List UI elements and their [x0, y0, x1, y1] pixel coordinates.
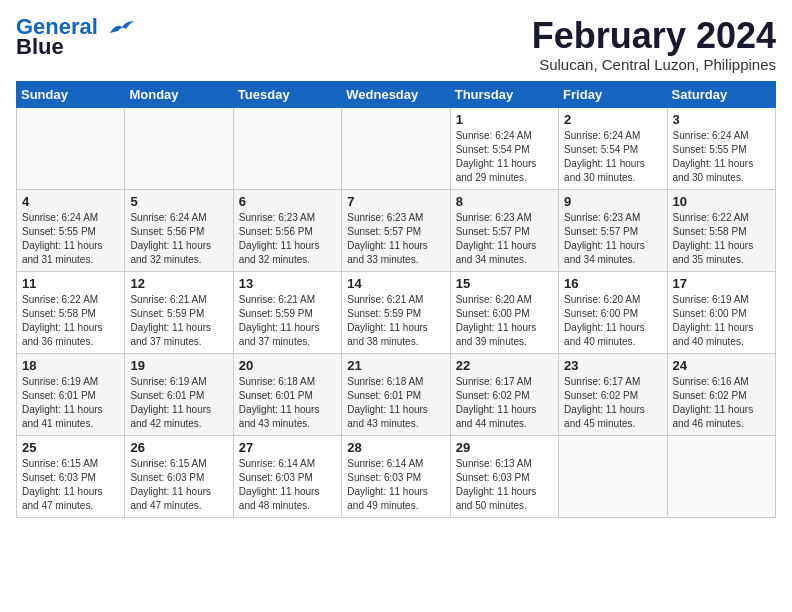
page-header: General Blue February 2024 Sulucan, Cent… [16, 16, 776, 73]
logo-line2: Blue [16, 34, 64, 60]
day-number: 15 [456, 276, 553, 291]
calendar-cell: 14Sunrise: 6:21 AMSunset: 5:59 PMDayligh… [342, 271, 450, 353]
calendar-cell [667, 435, 775, 517]
day-info: Sunrise: 6:24 AMSunset: 5:54 PMDaylight:… [456, 129, 553, 185]
logo: General Blue [16, 16, 134, 60]
day-number: 29 [456, 440, 553, 455]
day-number: 4 [22, 194, 119, 209]
calendar-week-2: 4Sunrise: 6:24 AMSunset: 5:55 PMDaylight… [17, 189, 776, 271]
month-title: February 2024 [532, 16, 776, 56]
calendar-cell: 4Sunrise: 6:24 AMSunset: 5:55 PMDaylight… [17, 189, 125, 271]
day-header-saturday: Saturday [667, 81, 775, 107]
calendar-cell: 11Sunrise: 6:22 AMSunset: 5:58 PMDayligh… [17, 271, 125, 353]
day-number: 2 [564, 112, 661, 127]
calendar-cell: 23Sunrise: 6:17 AMSunset: 6:02 PMDayligh… [559, 353, 667, 435]
day-info: Sunrise: 6:19 AMSunset: 6:00 PMDaylight:… [673, 293, 770, 349]
calendar-cell: 10Sunrise: 6:22 AMSunset: 5:58 PMDayligh… [667, 189, 775, 271]
calendar-cell: 5Sunrise: 6:24 AMSunset: 5:56 PMDaylight… [125, 189, 233, 271]
calendar-table: SundayMondayTuesdayWednesdayThursdayFrid… [16, 81, 776, 518]
day-info: Sunrise: 6:14 AMSunset: 6:03 PMDaylight:… [239, 457, 336, 513]
calendar-cell: 2Sunrise: 6:24 AMSunset: 5:54 PMDaylight… [559, 107, 667, 189]
day-info: Sunrise: 6:23 AMSunset: 5:56 PMDaylight:… [239, 211, 336, 267]
day-number: 7 [347, 194, 444, 209]
calendar-cell: 3Sunrise: 6:24 AMSunset: 5:55 PMDaylight… [667, 107, 775, 189]
day-info: Sunrise: 6:21 AMSunset: 5:59 PMDaylight:… [347, 293, 444, 349]
day-info: Sunrise: 6:21 AMSunset: 5:59 PMDaylight:… [130, 293, 227, 349]
calendar-cell [125, 107, 233, 189]
day-number: 11 [22, 276, 119, 291]
day-number: 22 [456, 358, 553, 373]
day-info: Sunrise: 6:23 AMSunset: 5:57 PMDaylight:… [564, 211, 661, 267]
calendar-week-3: 11Sunrise: 6:22 AMSunset: 5:58 PMDayligh… [17, 271, 776, 353]
day-number: 23 [564, 358, 661, 373]
day-info: Sunrise: 6:24 AMSunset: 5:55 PMDaylight:… [22, 211, 119, 267]
day-info: Sunrise: 6:17 AMSunset: 6:02 PMDaylight:… [564, 375, 661, 431]
day-info: Sunrise: 6:22 AMSunset: 5:58 PMDaylight:… [22, 293, 119, 349]
day-header-wednesday: Wednesday [342, 81, 450, 107]
calendar-cell [17, 107, 125, 189]
calendar-cell [559, 435, 667, 517]
day-info: Sunrise: 6:17 AMSunset: 6:02 PMDaylight:… [456, 375, 553, 431]
day-info: Sunrise: 6:15 AMSunset: 6:03 PMDaylight:… [22, 457, 119, 513]
calendar-cell: 22Sunrise: 6:17 AMSunset: 6:02 PMDayligh… [450, 353, 558, 435]
calendar-cell: 24Sunrise: 6:16 AMSunset: 6:02 PMDayligh… [667, 353, 775, 435]
calendar-week-4: 18Sunrise: 6:19 AMSunset: 6:01 PMDayligh… [17, 353, 776, 435]
day-info: Sunrise: 6:24 AMSunset: 5:55 PMDaylight:… [673, 129, 770, 185]
calendar-cell: 13Sunrise: 6:21 AMSunset: 5:59 PMDayligh… [233, 271, 341, 353]
calendar-cell: 18Sunrise: 6:19 AMSunset: 6:01 PMDayligh… [17, 353, 125, 435]
day-number: 6 [239, 194, 336, 209]
day-info: Sunrise: 6:19 AMSunset: 6:01 PMDaylight:… [22, 375, 119, 431]
day-number: 13 [239, 276, 336, 291]
calendar-cell [342, 107, 450, 189]
day-number: 10 [673, 194, 770, 209]
bird-icon [106, 19, 134, 37]
day-info: Sunrise: 6:18 AMSunset: 6:01 PMDaylight:… [239, 375, 336, 431]
calendar-cell: 20Sunrise: 6:18 AMSunset: 6:01 PMDayligh… [233, 353, 341, 435]
day-number: 18 [22, 358, 119, 373]
calendar-cell: 15Sunrise: 6:20 AMSunset: 6:00 PMDayligh… [450, 271, 558, 353]
day-number: 5 [130, 194, 227, 209]
day-info: Sunrise: 6:24 AMSunset: 5:54 PMDaylight:… [564, 129, 661, 185]
calendar-cell: 29Sunrise: 6:13 AMSunset: 6:03 PMDayligh… [450, 435, 558, 517]
calendar-cell: 12Sunrise: 6:21 AMSunset: 5:59 PMDayligh… [125, 271, 233, 353]
day-number: 19 [130, 358, 227, 373]
calendar-cell: 16Sunrise: 6:20 AMSunset: 6:00 PMDayligh… [559, 271, 667, 353]
day-info: Sunrise: 6:15 AMSunset: 6:03 PMDaylight:… [130, 457, 227, 513]
location: Sulucan, Central Luzon, Philippines [532, 56, 776, 73]
day-number: 17 [673, 276, 770, 291]
day-number: 28 [347, 440, 444, 455]
day-number: 27 [239, 440, 336, 455]
calendar-cell: 6Sunrise: 6:23 AMSunset: 5:56 PMDaylight… [233, 189, 341, 271]
calendar-week-1: 1Sunrise: 6:24 AMSunset: 5:54 PMDaylight… [17, 107, 776, 189]
day-header-sunday: Sunday [17, 81, 125, 107]
day-number: 21 [347, 358, 444, 373]
day-info: Sunrise: 6:20 AMSunset: 6:00 PMDaylight:… [564, 293, 661, 349]
day-number: 9 [564, 194, 661, 209]
calendar-cell: 28Sunrise: 6:14 AMSunset: 6:03 PMDayligh… [342, 435, 450, 517]
day-header-thursday: Thursday [450, 81, 558, 107]
calendar-cell [233, 107, 341, 189]
calendar-cell: 26Sunrise: 6:15 AMSunset: 6:03 PMDayligh… [125, 435, 233, 517]
day-header-friday: Friday [559, 81, 667, 107]
day-info: Sunrise: 6:13 AMSunset: 6:03 PMDaylight:… [456, 457, 553, 513]
calendar-cell: 9Sunrise: 6:23 AMSunset: 5:57 PMDaylight… [559, 189, 667, 271]
day-number: 8 [456, 194, 553, 209]
calendar-header-row: SundayMondayTuesdayWednesdayThursdayFrid… [17, 81, 776, 107]
calendar-cell: 25Sunrise: 6:15 AMSunset: 6:03 PMDayligh… [17, 435, 125, 517]
day-number: 25 [22, 440, 119, 455]
day-number: 26 [130, 440, 227, 455]
calendar-cell: 19Sunrise: 6:19 AMSunset: 6:01 PMDayligh… [125, 353, 233, 435]
day-number: 12 [130, 276, 227, 291]
day-info: Sunrise: 6:23 AMSunset: 5:57 PMDaylight:… [456, 211, 553, 267]
calendar-cell: 8Sunrise: 6:23 AMSunset: 5:57 PMDaylight… [450, 189, 558, 271]
day-info: Sunrise: 6:16 AMSunset: 6:02 PMDaylight:… [673, 375, 770, 431]
day-info: Sunrise: 6:21 AMSunset: 5:59 PMDaylight:… [239, 293, 336, 349]
title-area: February 2024 Sulucan, Central Luzon, Ph… [532, 16, 776, 73]
day-info: Sunrise: 6:24 AMSunset: 5:56 PMDaylight:… [130, 211, 227, 267]
calendar-cell: 1Sunrise: 6:24 AMSunset: 5:54 PMDaylight… [450, 107, 558, 189]
day-number: 3 [673, 112, 770, 127]
calendar-cell: 21Sunrise: 6:18 AMSunset: 6:01 PMDayligh… [342, 353, 450, 435]
calendar-week-5: 25Sunrise: 6:15 AMSunset: 6:03 PMDayligh… [17, 435, 776, 517]
day-info: Sunrise: 6:19 AMSunset: 6:01 PMDaylight:… [130, 375, 227, 431]
day-header-tuesday: Tuesday [233, 81, 341, 107]
